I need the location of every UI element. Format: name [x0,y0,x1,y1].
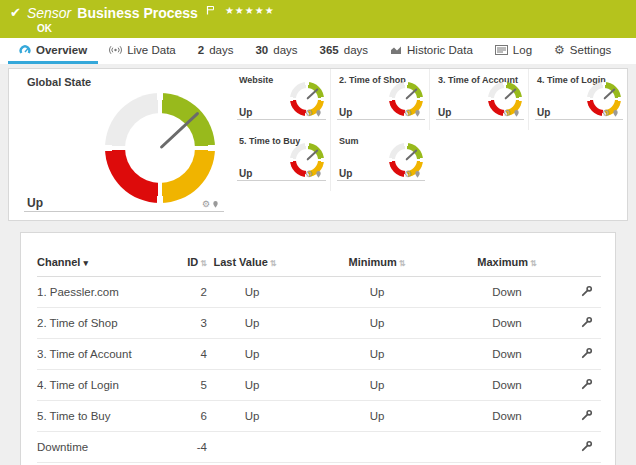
wrench-icon[interactable] [581,440,593,452]
wrench-icon[interactable] [581,347,593,359]
tab-label: days [209,44,233,56]
divider [535,119,623,120]
sort-icon: ⇅ [530,259,537,268]
channel-name: 1. Paessler.com [37,277,167,308]
col-header-maximum[interactable]: Maximum⇅ [457,233,557,277]
channel-maximum: Down [457,401,557,432]
table-row[interactable]: 5. Time to Buy 6 Up Up Down [37,401,601,432]
tab-2-days[interactable]: 2 days [187,38,245,64]
tab-label: Log [513,44,532,56]
mini-gauge-panel-time-to-buy: 5. Time to Buy Up ⚙ [231,130,330,191]
channel-id: 2 [167,277,207,308]
divider [337,119,425,120]
table-header-row: Channel▾ ID⇅ Last Value⇅ Minimum⇅ Maximu… [37,233,601,277]
global-state-gauge-panel: Global State Up ⚙ [9,69,231,220]
channel-name: 3. Time of Account [37,339,167,370]
channel-id: 5 [167,370,207,401]
sort-caret-icon: ▾ [83,258,88,268]
tab-bar: Overview Live Data 2 days 30 days 365 da… [0,38,636,64]
gauge-value: Up [438,107,451,118]
col-header-actions [557,233,601,277]
page-title: Business Process [77,4,198,22]
col-header-label: Last Value [213,256,267,268]
channel-last-value: Up [207,370,297,401]
mini-gauge-panel-time-of-shop: 2. Time of Shop Up ⚙ [330,69,429,130]
channels-table-panel: Channel▾ ID⇅ Last Value⇅ Minimum⇅ Maximu… [20,232,616,465]
col-header-last-value[interactable]: Last Value⇅ [207,233,297,277]
divider [436,119,524,120]
overview-panel: Global State Up ⚙ Website Up ⚙ 2. Time o [8,68,628,221]
channel-minimum: Up [297,339,457,370]
table-row[interactable]: 2. Time of Shop 3 Up Up Down [37,308,601,339]
tab-overview[interactable]: Overview [8,38,98,64]
tab-historic-data[interactable]: Historic Data [379,38,484,64]
tab-365-days[interactable]: 365 days [309,38,379,64]
sort-icon: ⇅ [200,259,207,268]
gear-icon[interactable]: ⚙ [202,200,210,209]
channel-minimum [297,432,457,463]
channel-minimum: Up [297,308,457,339]
tab-settings[interactable]: ⚙ Settings [543,38,622,64]
gear-icon[interactable]: ⚙ [305,109,313,118]
channel-last-value: Up [207,308,297,339]
wrench-icon[interactable] [581,378,593,390]
pin-icon[interactable] [513,109,520,118]
tab-live-data[interactable]: Live Data [98,38,187,64]
tab-label-num: 30 [255,44,268,56]
pin-icon[interactable] [212,200,219,209]
table-row[interactable]: 3. Time of Account 4 Up Up Down [37,339,601,370]
pin-icon[interactable] [315,109,322,118]
channel-id: 3 [167,308,207,339]
table-row[interactable]: Downtime -4 [37,432,601,463]
sensor-header: ✔ Sensor Business Process ★★★★★ OK [0,0,636,38]
pin-icon[interactable] [414,170,421,179]
tab-label: Historic Data [407,44,473,56]
sort-icon: ⇅ [399,259,406,268]
channel-name: 4. Time of Login [37,370,167,401]
divider [237,180,326,181]
mini-gauge-panel-time-of-account: 3. Time of Account Up ⚙ [429,69,528,130]
col-header-channel[interactable]: Channel▾ [37,233,167,277]
table-row[interactable]: 1. Paessler.com 2 Up Up Down [37,277,601,308]
channels-table: Channel▾ ID⇅ Last Value⇅ Minimum⇅ Maximu… [37,233,601,465]
gauge-value: Up [537,107,550,118]
gauge-value: Up [27,196,43,210]
gear-icon[interactable]: ⚙ [404,109,412,118]
channel-name: 2. Time of Shop [37,308,167,339]
tab-label: Overview [36,44,87,56]
channel-minimum: Up [297,401,457,432]
col-header-label: Maximum [477,256,528,268]
gauge-title: 2. Time of Shop [339,75,406,85]
channel-name: Downtime [37,432,167,463]
gear-icon[interactable]: ⚙ [404,170,412,179]
tab-log[interactable]: Log [484,38,543,64]
priority-stars[interactable]: ★★★★★ [225,2,275,20]
pin-icon[interactable] [414,109,421,118]
col-header-id[interactable]: ID⇅ [167,233,207,277]
gauge-value: Up [239,168,252,179]
channel-minimum: Up [297,370,457,401]
wrench-icon[interactable] [581,409,593,421]
gauge-value: Up [339,107,352,118]
wrench-icon[interactable] [581,316,593,328]
wrench-icon[interactable] [581,285,593,297]
col-header-minimum[interactable]: Minimum⇅ [297,233,457,277]
tab-30-days[interactable]: 30 days [244,38,308,64]
sort-icon: ⇅ [270,259,277,268]
tab-label: Live Data [127,44,176,56]
tab-label: days [273,44,297,56]
table-row[interactable]: 4. Time of Login 5 Up Up Down [37,370,601,401]
status-check-icon: ✔ [10,4,21,22]
pin-icon[interactable] [315,170,322,179]
pin-icon[interactable] [612,109,619,118]
tab-label-num: 365 [320,44,339,56]
gauge-title: Website [239,75,273,85]
channel-last-value: Up [207,401,297,432]
gear-icon[interactable]: ⚙ [503,109,511,118]
flag-icon [206,5,215,15]
gear-icon[interactable]: ⚙ [602,109,610,118]
channel-id: -4 [167,432,207,463]
gear-icon[interactable]: ⚙ [305,170,313,179]
tab-label-num: 2 [198,44,204,56]
status-badge: OK [37,23,626,34]
